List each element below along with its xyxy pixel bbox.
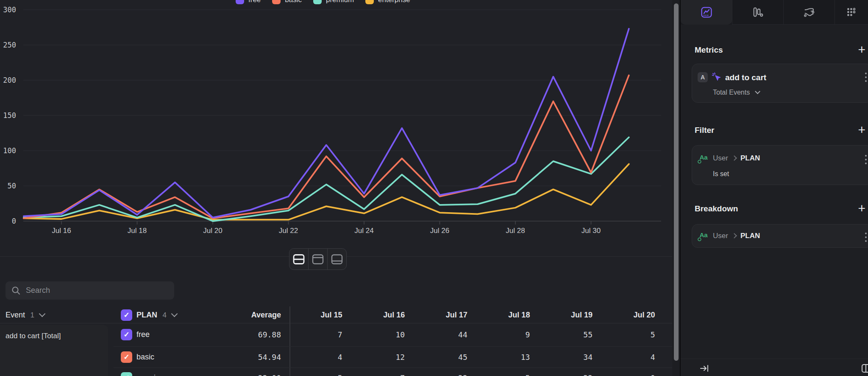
cell-value: 45 (405, 347, 467, 368)
tab-flows[interactable] (783, 0, 835, 25)
svg-text:Aa: Aa (699, 154, 708, 161)
scrollbar-thumb[interactable] (674, 3, 679, 361)
metric-card[interactable]: A add to cart Total Events (692, 64, 868, 103)
y-axis-label: 300 (3, 6, 16, 14)
y-axis-label: 100 (3, 146, 16, 155)
cell-value: 12 (342, 347, 405, 368)
layout-columns-icon[interactable] (861, 363, 868, 374)
search-input[interactable]: Search (6, 281, 174, 300)
date-column-header: Jul 18 (467, 306, 530, 323)
header-top-icon (312, 254, 324, 265)
x-axis-label: Jul 16 (52, 227, 71, 235)
event-column-header[interactable]: Event 1 (6, 306, 45, 323)
breakdown-entity: User (713, 232, 728, 240)
text-property-icon: Aa (697, 153, 709, 165)
y-axis-label: 50 (8, 182, 16, 190)
plan-header-label: PLAN (136, 311, 157, 319)
add-filter-button[interactable]: + (858, 126, 865, 134)
insights-report-page: freebasicpremiumenterprise 0501001502002… (0, 0, 868, 376)
metrics-heading: Metrics (695, 45, 723, 55)
y-axis-label: 250 (3, 41, 16, 49)
filter-heading: Filter (695, 126, 714, 135)
series-line-enterprise (24, 164, 629, 220)
table-row-premium: ✓premium33.0057235230 (0, 368, 672, 376)
breakdown-options-button[interactable] (865, 233, 867, 242)
add-breakdown-button[interactable]: + (858, 204, 865, 213)
free-checkbox[interactable]: ✓ (121, 329, 132, 340)
date-column-header: Jul 16 (342, 306, 405, 323)
date-column-header: Jul 19 (530, 306, 593, 323)
chevron-down-icon (755, 89, 760, 94)
footer-bottom-view-button[interactable] (327, 249, 346, 269)
x-axis-label: Jul 30 (581, 227, 601, 235)
cell-value: 9 (467, 324, 530, 345)
tab-more-apps[interactable] (835, 0, 868, 25)
chevron-right-icon (732, 233, 737, 239)
apps-grid-icon (846, 6, 857, 18)
cell-value: 5 (593, 324, 655, 345)
x-axis-label: Jul 20 (203, 227, 222, 235)
cell-value: 23 (405, 368, 467, 376)
x-axis-label: Jul 28 (506, 227, 525, 235)
click-event-icon (712, 72, 722, 82)
filter-entity: User (713, 154, 728, 162)
chevron-right-icon (732, 155, 737, 161)
search-placeholder: Search (26, 286, 50, 295)
search-icon (11, 286, 21, 295)
breakdown-card[interactable]: Aa UserPLAN (692, 224, 868, 248)
row-label: premium (136, 368, 166, 376)
collapse-sidebar-icon[interactable] (699, 363, 709, 373)
plan-column-header[interactable]: PLAN 4 (136, 306, 177, 323)
premium-checkbox[interactable]: ✓ (121, 372, 132, 376)
cell-value: 7 (342, 368, 405, 376)
average-value: 69.88 (220, 324, 281, 345)
basic-checkbox[interactable]: ✓ (121, 351, 132, 363)
average-column-header: Average (220, 306, 281, 323)
filter-operator[interactable]: Is set (713, 170, 729, 178)
cell-value: 0 (593, 368, 655, 376)
footer-bottom-icon (331, 254, 343, 265)
plan-select-all-checkbox[interactable]: ✓ (121, 309, 132, 321)
tab-funnels[interactable] (732, 0, 783, 25)
average-value: 33.00 (220, 368, 281, 376)
text-property-icon: Aa (697, 230, 709, 242)
aggregation-label: Total Events (713, 89, 750, 96)
chevron-down-icon (39, 311, 46, 317)
breakdown-property: PLAN (740, 232, 760, 240)
split-rows-view-button[interactable] (289, 249, 308, 269)
breakdown-heading: Breakdown (695, 204, 738, 213)
metric-options-button[interactable] (865, 73, 867, 82)
filter-property-selector[interactable]: UserPLAN (713, 154, 760, 163)
chart-type-tabbar (681, 0, 868, 25)
y-axis-label: 0 (12, 217, 16, 225)
aggregation-dropdown[interactable]: Total Events (713, 89, 760, 96)
x-axis-label: Jul 24 (354, 227, 373, 235)
cell-value: 13 (467, 347, 530, 368)
flows-icon (803, 6, 815, 18)
series-line-free (24, 29, 629, 218)
plan-header-count: 4 (162, 311, 166, 319)
metric-event-name: add to cart (725, 73, 766, 82)
cell-value: 5 (280, 368, 342, 376)
metric-letter-badge: A (698, 72, 708, 82)
filter-property: PLAN (740, 154, 760, 162)
average-value: 54.94 (220, 347, 281, 368)
x-axis-label: Jul 26 (430, 227, 449, 235)
add-metric-button[interactable]: + (858, 45, 865, 54)
filter-options-button[interactable] (865, 155, 867, 164)
cell-value: 4 (593, 347, 655, 368)
row-label: basic (136, 347, 154, 368)
tab-insights[interactable] (681, 0, 732, 25)
y-axis-label: 200 (3, 76, 16, 84)
chevron-down-icon (171, 311, 178, 317)
table-header-divider (0, 323, 672, 323)
cell-value: 10 (342, 324, 405, 345)
row-label: free (136, 324, 150, 345)
cell-value: 7 (280, 324, 342, 345)
report-config-sidebar: Metrics + A add to cart Total Events Fil… (681, 0, 868, 376)
series-line-premium (24, 137, 629, 222)
header-top-view-button[interactable] (308, 249, 327, 269)
breakdown-property-selector[interactable]: UserPLAN (713, 232, 760, 240)
filter-card[interactable]: Aa UserPLAN Is set (692, 145, 868, 185)
cell-value: 4 (280, 347, 342, 368)
